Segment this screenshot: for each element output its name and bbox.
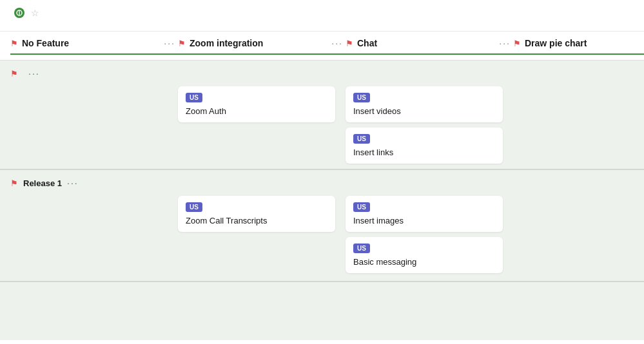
card-title: Insert videos — [353, 106, 495, 116]
flag-icon: ⚑ — [513, 39, 521, 48]
flag-icon: ⚑ — [178, 39, 186, 48]
col-title-no-feature: No Feature — [22, 38, 157, 48]
us-badge: US — [353, 244, 370, 253]
release-section-release-1: ⚑ Release 1 ··· US Zoom Call Transcripts… — [0, 170, 644, 282]
card-title: Insert links — [353, 148, 495, 157]
star-icon[interactable]: ☆ — [31, 8, 40, 18]
product-dev-badge — [14, 8, 27, 18]
cards-col-no-feature — [10, 196, 178, 273]
release-dots[interactable]: ··· — [67, 178, 79, 188]
release-columns-row: US Zoom Call Transcripts US Insert image… — [10, 196, 634, 273]
card-title: Basic messaging — [353, 257, 495, 267]
cards-col-draw-pie-chart — [513, 86, 644, 164]
us-badge: US — [353, 134, 370, 144]
col-header-zoom-integration: ⚑ Zoom integration ··· — [178, 32, 346, 60]
no-release-header: ⚑ ··· — [10, 68, 634, 79]
header: ☆ ⚑ No Feature ··· ⚑ Zoom integration ··… — [0, 0, 644, 61]
card-title: Insert images — [353, 216, 495, 225]
col-dots-no-feature[interactable]: ··· — [161, 37, 178, 50]
no-release-columns-row: US Zoom Auth US Insert videos US Insert … — [10, 86, 634, 164]
no-release-section: ⚑ ··· US Zoom Auth US Insert videos US I… — [0, 61, 644, 170]
col-title-draw-pie-chart: Draw pie chart — [525, 38, 644, 48]
cards-col-no-feature — [10, 86, 178, 164]
col-header-chat: ⚑ Chat ··· — [346, 32, 513, 60]
card-title: Zoom Call Transcripts — [186, 216, 327, 225]
us-badge: US — [353, 93, 370, 102]
no-release-dots[interactable]: ··· — [28, 68, 40, 79]
cards-col-draw-pie-chart — [513, 196, 644, 273]
us-badge: US — [186, 202, 202, 212]
story-card[interactable]: US Insert links — [346, 128, 503, 164]
releases-container: ⚑ Release 1 ··· US Zoom Call Transcripts… — [0, 170, 644, 282]
story-card[interactable]: US Insert images — [346, 196, 503, 232]
release-flag-icon: ⚑ — [10, 178, 18, 188]
col-dots-chat[interactable]: ··· — [496, 37, 513, 50]
cards-col-zoom-integration: US Zoom Call Transcripts — [178, 196, 346, 273]
columns-header: ⚑ No Feature ··· ⚑ Zoom integration ··· … — [0, 32, 644, 61]
main-content: ⚑ ··· US Zoom Auth US Insert videos US I… — [0, 61, 644, 340]
story-card[interactable]: US Zoom Call Transcripts — [178, 196, 335, 232]
story-card[interactable]: US Basic messaging — [346, 237, 503, 273]
flag-icon: ⚑ — [10, 39, 18, 48]
cards-col-chat: US Insert images US Basic messaging — [346, 196, 513, 273]
flag-icon: ⚑ — [346, 39, 353, 48]
cards-col-chat: US Insert videos US Insert links — [346, 86, 513, 164]
story-card[interactable]: US Insert videos — [346, 86, 503, 122]
col-header-draw-pie-chart: ⚑ Draw pie chart ··· — [513, 32, 644, 60]
no-release-flag-icon: ⚑ — [10, 69, 18, 79]
us-badge: US — [353, 202, 370, 212]
col-dots-zoom-integration[interactable]: ··· — [329, 37, 346, 50]
cards-col-zoom-integration: US Zoom Auth — [178, 86, 346, 164]
release-label: Release 1 — [23, 178, 62, 188]
story-card[interactable]: US Zoom Auth — [178, 86, 335, 122]
release-header: ⚑ Release 1 ··· — [10, 178, 634, 188]
card-title: Zoom Auth — [186, 106, 327, 116]
col-title-chat: Chat — [357, 38, 493, 48]
product-icon — [14, 8, 24, 18]
page-title — [10, 21, 634, 28]
col-header-no-feature: ⚑ No Feature ··· — [10, 32, 178, 60]
board-for-line: ☆ — [10, 8, 634, 18]
col-title-zoom-integration: Zoom integration — [190, 38, 325, 48]
us-badge: US — [186, 93, 202, 102]
